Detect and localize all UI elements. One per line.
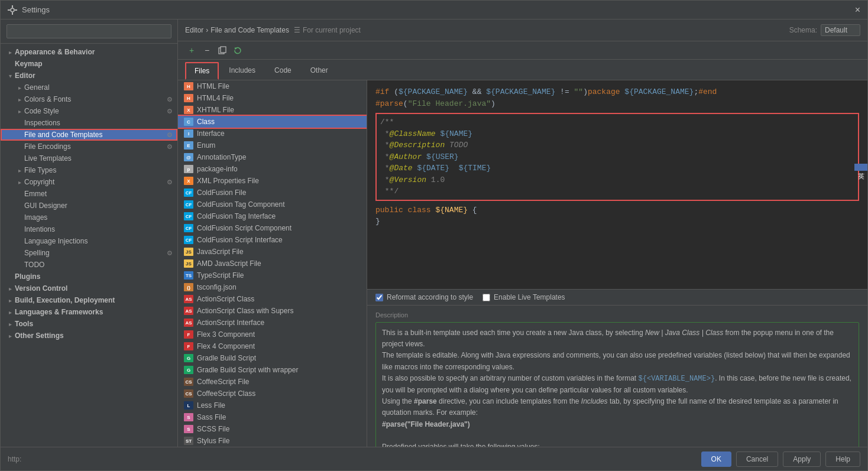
file-label-actionscript-class: ActionScript Class <box>197 295 254 303</box>
tab-other[interactable]: Other <box>302 62 337 80</box>
file-item-amd-javascript-file[interactable]: JS AMD JavaScript File <box>178 258 367 269</box>
reformat-checkbox[interactable]: Reformat according to style <box>375 293 473 301</box>
file-item-xml-properties[interactable]: X XML Properties File <box>178 175 367 187</box>
search-input[interactable] <box>7 24 171 38</box>
file-item-less-file[interactable]: L Less File <box>178 399 367 411</box>
lang-button[interactable]: 英 <box>854 164 867 171</box>
file-item-package-info[interactable]: p package-info <box>178 163 367 175</box>
file-icon-scss-file: S <box>184 425 193 433</box>
sidebar-item-emmet[interactable]: Emmet <box>1 188 177 200</box>
for-project-icon: ☰ <box>294 26 300 34</box>
sidebar-item-colors-fonts[interactable]: ▸Colors & Fonts⚙ <box>1 93 177 105</box>
tree-arrow-tools: ▸ <box>5 319 15 329</box>
help-button[interactable]: Help <box>825 451 860 467</box>
file-item-scss-file[interactable]: S SCSS File <box>178 423 367 435</box>
sidebar-item-appearance[interactable]: ▸Appearance & Behavior <box>1 46 177 58</box>
file-item-coldfusion-script-component[interactable]: CF ColdFusion Script Component <box>178 222 367 234</box>
tree-arrow-editor: ▾ <box>5 71 15 80</box>
tab-code[interactable]: Code <box>265 62 300 80</box>
file-item-stylus-file[interactable]: ST Stylus File <box>178 435 367 447</box>
sidebar-item-languages[interactable]: ▸Languages & Frameworks <box>1 306 177 318</box>
file-item-flex3[interactable]: F Flex 3 Component <box>178 329 367 340</box>
svg-rect-3 <box>8 9 10 11</box>
sidebar-item-code-style[interactable]: ▸Code Style⚙ <box>1 105 177 117</box>
sidebar-item-spelling[interactable]: Spelling⚙ <box>1 247 177 259</box>
sidebar-item-version-control[interactable]: ▸Version Control <box>1 282 177 294</box>
sidebar-item-label-build: Build, Execution, Deployment <box>15 296 115 304</box>
file-item-annotation-type[interactable]: @ AnnotationType <box>178 151 367 163</box>
file-label-coldfusion-component: ColdFusion Tag Component <box>197 200 285 209</box>
tab-includes[interactable]: Includes <box>220 62 264 80</box>
file-icon-coldfusion-component: CF <box>184 200 193 209</box>
file-label-sass-file: Sass File <box>197 413 226 421</box>
file-item-coldfusion-file[interactable]: CF ColdFusion File <box>178 187 367 199</box>
sidebar-item-keymap[interactable]: Keymap <box>1 58 177 70</box>
sidebar-item-file-types[interactable]: ▸File Types <box>1 164 177 176</box>
breadcrumb-separator: › <box>206 26 208 34</box>
file-item-class[interactable]: C Class <box>178 116 367 128</box>
file-item-javascript-file[interactable]: JS JavaScript File <box>178 246 367 258</box>
close-button[interactable]: × <box>855 5 860 15</box>
file-icon-amd-javascript-file: JS <box>184 259 193 268</box>
file-item-sass-file[interactable]: S Sass File <box>178 411 367 423</box>
file-item-gradle-build[interactable]: G Gradle Build Script <box>178 352 367 364</box>
sidebar-item-plugins[interactable]: Plugins <box>1 271 177 282</box>
file-item-actionscript-interface[interactable]: AS ActionScript Interface <box>178 317 367 329</box>
schema-select[interactable]: Default <box>821 24 860 36</box>
file-item-flex4[interactable]: F Flex 4 Component <box>178 340 367 352</box>
code-editor[interactable]: #if (${PACKAGE_NAME} && ${PACKAGE_NAME} … <box>367 80 867 289</box>
file-item-enum[interactable]: E Enum <box>178 139 367 151</box>
file-item-html4-file[interactable]: H HTML4 File <box>178 92 367 104</box>
http-label: http: <box>8 455 21 463</box>
tree-arrow-build: ▸ <box>5 295 15 305</box>
file-item-coffeescript-file[interactable]: CS CoffeeScript File <box>178 376 367 388</box>
tabs-bar: FilesIncludesCodeOther <box>178 60 867 80</box>
file-item-tsconfig[interactable]: {} tsconfig.json <box>178 281 367 293</box>
sidebar-item-other-settings[interactable]: ▸Other Settings <box>1 330 177 342</box>
remove-button[interactable]: − <box>200 44 213 57</box>
tab-files[interactable]: Files <box>185 62 219 80</box>
sidebar-item-gui-designer[interactable]: GUI Designer <box>1 200 177 212</box>
sidebar-item-todo[interactable]: TODO <box>1 259 177 271</box>
file-item-xhtml-file[interactable]: X XHTML File <box>178 104 367 116</box>
sidebar-item-build[interactable]: ▸Build, Execution, Deployment <box>1 294 177 306</box>
file-item-typescript-file[interactable]: TS TypeScript File <box>178 269 367 281</box>
sidebar-item-tools[interactable]: ▸Tools <box>1 318 177 330</box>
add-button[interactable]: + <box>185 44 198 57</box>
sidebar-item-language-injections[interactable]: Language Injections <box>1 235 177 247</box>
file-item-interface[interactable]: I Interface <box>178 128 367 139</box>
file-item-coldfusion-component[interactable]: CF ColdFusion Tag Component <box>178 199 367 210</box>
file-item-actionscript-class[interactable]: AS ActionScript Class <box>178 293 367 305</box>
code-line-2: #parse("File Header.java") <box>375 98 859 110</box>
file-item-coffeescript-class[interactable]: CS CoffeeScript Class <box>178 388 367 399</box>
file-item-coldfusion-script-interface[interactable]: CF ColdFusion Script Interface <box>178 234 367 246</box>
copy-button[interactable] <box>216 44 229 57</box>
sidebar-item-live-templates[interactable]: Live Templates <box>1 152 177 164</box>
apply-button[interactable]: Apply <box>783 451 821 467</box>
sidebar-item-file-encodings[interactable]: File Encodings⚙ <box>1 141 177 152</box>
reset-button[interactable] <box>231 44 244 57</box>
file-label-package-info: package-info <box>197 165 238 173</box>
file-item-html-file[interactable]: H HTML File <box>178 80 367 92</box>
sidebar-item-inspections[interactable]: Inspections <box>1 117 177 129</box>
sidebar-item-label-appearance: Appearance & Behavior <box>15 48 95 56</box>
ok-button[interactable]: OK <box>701 451 731 467</box>
file-item-gradle-wrapper[interactable]: G Gradle Build Script with wrapper <box>178 364 367 376</box>
code-class-close: } <box>375 216 859 228</box>
sidebar-item-intentions[interactable]: Intentions <box>1 223 177 235</box>
sidebar-item-copyright[interactable]: ▸Copyright⚙ <box>1 176 177 188</box>
file-item-actionscript-supers[interactable]: AS ActionScript Class with Supers <box>178 305 367 317</box>
file-item-coldfusion-tag-interface[interactable]: CF ColdFusion Tag Interface <box>178 210 367 222</box>
sidebar-item-file-and-code-templates[interactable]: File and Code Templates⚙ <box>1 129 177 141</box>
sidebar-item-editor[interactable]: ▾Editor <box>1 70 177 82</box>
sidebar-item-general[interactable]: ▸General <box>1 82 177 93</box>
sidebar-item-images[interactable]: Images <box>1 212 177 223</box>
live-templates-checkbox[interactable]: Enable Live Templates <box>482 293 565 301</box>
sidebar-item-label-emmet: Emmet <box>24 190 47 198</box>
settings-icon-code-style: ⚙ <box>167 108 173 115</box>
file-icon-gradle-build: G <box>184 354 193 362</box>
file-icon-html4-file: H <box>184 94 193 102</box>
sidebar-search-area <box>1 20 177 44</box>
cancel-button[interactable]: Cancel <box>736 451 778 467</box>
bottom-bar: http: OK Cancel Apply Help <box>1 447 867 470</box>
